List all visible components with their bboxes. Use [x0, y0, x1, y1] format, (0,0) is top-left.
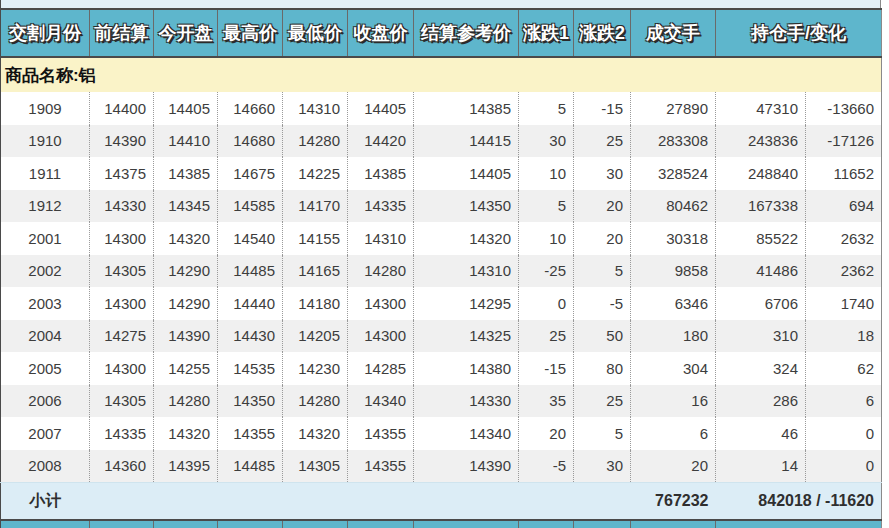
cell-high: 14485	[218, 450, 283, 483]
col-header-settlement-ref: 结算参考价	[414, 520, 519, 528]
cell-open-interest: 310	[716, 320, 806, 353]
cell-settlement-ref: 14405	[414, 157, 519, 190]
cell-delivery-month: 2005	[1, 352, 90, 385]
cell-close: 14285	[348, 352, 414, 385]
table-row[interactable]: 2007 14335 14320 14355 14320 14355 14340…	[1, 417, 882, 450]
cell-oi-change: 2632	[806, 222, 882, 255]
table-row[interactable]: 2006 14305 14280 14350 14280 14340 14330…	[1, 385, 882, 418]
col-header-open: 今开盘	[154, 9, 218, 57]
cell-oi-change: 0	[806, 417, 882, 450]
cell-change2: 50	[574, 320, 631, 353]
col-header-volume: 成交手	[631, 9, 716, 57]
cell-delivery-month: 2008	[1, 450, 90, 483]
cell-change1: 25	[519, 320, 574, 353]
cell-open-interest: 14	[716, 450, 806, 483]
cell-delivery-month: 2003	[1, 287, 90, 320]
cell-low: 14230	[283, 352, 348, 385]
cell-low: 14165	[283, 255, 348, 288]
cell-close: 14340	[348, 385, 414, 418]
table-row[interactable]: 2004 14275 14390 14430 14205 14300 14325…	[1, 320, 882, 353]
cell-oi-change: 18	[806, 320, 882, 353]
cell-low: 14225	[283, 157, 348, 190]
table-header-row: 交割月份 前结算 今开盘 最高价 最低价 收盘价 结算参考价 涨跌1 涨跌2 成…	[1, 9, 882, 57]
next-quotes-table-header: 交割月份 前结算 今开盘 最高价 最低价 收盘价 结算参考价 涨跌1 涨跌2 成…	[0, 519, 882, 528]
cell-volume: 6346	[631, 287, 716, 320]
cell-high: 14585	[218, 190, 283, 223]
cell-oi-change: 1740	[806, 287, 882, 320]
table-row[interactable]: 1910 14390 14410 14680 14280 14420 14415…	[1, 125, 882, 158]
cell-prev-settlement: 14330	[90, 190, 154, 223]
cell-low: 14180	[283, 287, 348, 320]
cell-prev-settlement: 14375	[90, 157, 154, 190]
cell-volume: 304	[631, 352, 716, 385]
cell-change1: 0	[519, 287, 574, 320]
previous-section-partial-row	[0, 0, 881, 8]
cell-close: 14420	[348, 125, 414, 158]
cell-volume: 6	[631, 417, 716, 450]
table-row[interactable]: 2001 14300 14320 14540 14155 14310 14320…	[1, 222, 882, 255]
cell-delivery-month: 1910	[1, 125, 90, 158]
cell-prev-settlement: 14400	[90, 92, 154, 125]
cell-low: 14205	[283, 320, 348, 353]
col-header-delivery-month: 交割月份	[1, 9, 90, 57]
cell-open: 14320	[154, 417, 218, 450]
table-row[interactable]: 2003 14300 14290 14440 14180 14300 14295…	[1, 287, 882, 320]
cell-change2: 80	[574, 352, 631, 385]
cell-oi-change: -17126	[806, 125, 882, 158]
table-row[interactable]: 2008 14360 14395 14485 14305 14355 14390…	[1, 450, 882, 483]
cell-settlement-ref: 14380	[414, 352, 519, 385]
cell-high: 14440	[218, 287, 283, 320]
cell-prev-settlement: 14335	[90, 417, 154, 450]
cell-volume: 328524	[631, 157, 716, 190]
cell-open-interest: 243836	[716, 125, 806, 158]
cell-volume: 180	[631, 320, 716, 353]
cell-prev-settlement: 14305	[90, 385, 154, 418]
table-row[interactable]: 1911 14375 14385 14675 14225 14385 14405…	[1, 157, 882, 190]
subtotal-spacer	[90, 483, 631, 520]
cell-open: 14345	[154, 190, 218, 223]
cell-open-interest: 286	[716, 385, 806, 418]
cell-prev-settlement: 14300	[90, 352, 154, 385]
cell-open: 14390	[154, 320, 218, 353]
cell-delivery-month: 2006	[1, 385, 90, 418]
col-header-open-interest-change: 持仓手/变化	[716, 9, 882, 57]
cell-close: 14335	[348, 190, 414, 223]
cell-open: 14290	[154, 287, 218, 320]
cell-change1: -15	[519, 352, 574, 385]
cell-high: 14535	[218, 352, 283, 385]
cell-low: 14310	[283, 92, 348, 125]
cell-open-interest: 47310	[716, 92, 806, 125]
cell-change1: 5	[519, 190, 574, 223]
table-row[interactable]: 2005 14300 14255 14535 14230 14285 14380…	[1, 352, 882, 385]
cell-oi-change: 62	[806, 352, 882, 385]
col-header-high: 最高价	[218, 9, 283, 57]
cell-settlement-ref: 14320	[414, 222, 519, 255]
table-row[interactable]: 1909 14400 14405 14660 14310 14405 14385…	[1, 92, 882, 125]
cell-close: 14355	[348, 417, 414, 450]
subtotal-volume: 767232	[631, 483, 716, 520]
cell-high: 14540	[218, 222, 283, 255]
cell-volume: 27890	[631, 92, 716, 125]
cell-oi-change: 11652	[806, 157, 882, 190]
commodity-name-label: 商品名称:铝	[1, 57, 882, 92]
cell-volume: 30318	[631, 222, 716, 255]
subtotal-row: 小计 767232 842018 / -11620	[1, 483, 882, 520]
table-row[interactable]: 1912 14330 14345 14585 14170 14335 14350…	[1, 190, 882, 223]
cell-open: 14405	[154, 92, 218, 125]
cell-change2: 5	[574, 255, 631, 288]
cell-open-interest: 167338	[716, 190, 806, 223]
subtotal-label: 小计	[1, 483, 90, 520]
col-header-change2: 涨跌2	[574, 520, 631, 528]
cell-change2: 30	[574, 157, 631, 190]
cell-high: 14430	[218, 320, 283, 353]
cell-settlement-ref: 14350	[414, 190, 519, 223]
cell-close: 14300	[348, 320, 414, 353]
cell-settlement-ref: 14330	[414, 385, 519, 418]
col-header-high: 最高价	[218, 520, 283, 528]
cell-volume: 16	[631, 385, 716, 418]
table-row[interactable]: 2002 14305 14290 14485 14165 14280 14310…	[1, 255, 882, 288]
cell-close: 14405	[348, 92, 414, 125]
cell-change2: -5	[574, 287, 631, 320]
cell-open: 14280	[154, 385, 218, 418]
col-header-change2: 涨跌2	[574, 9, 631, 57]
